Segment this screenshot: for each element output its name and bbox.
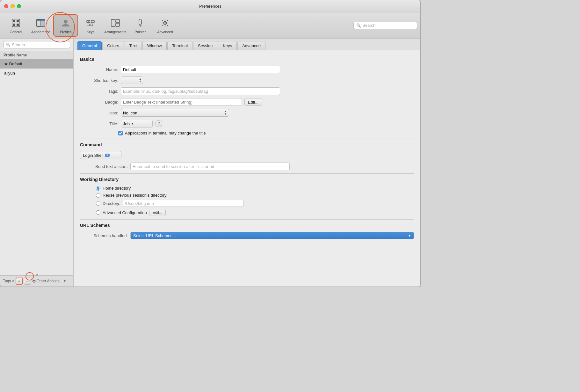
tab-advanced[interactable]: Advanced [237, 41, 265, 50]
sidebar-search-area: 🔍 [0, 39, 73, 51]
name-input[interactable] [121, 66, 280, 73]
name-label: Name: [80, 67, 118, 72]
schemes-row: Schemes handled: Select URL Schemes... ▼ [80, 232, 414, 239]
tab-text[interactable]: Text [125, 41, 142, 50]
tab-window[interactable]: Window [142, 41, 167, 50]
workdir-home-radio[interactable] [96, 186, 100, 191]
main-content: 🔍 Profile Name ★ Default aliyun [0, 39, 420, 287]
workdir-reuse-radio[interactable] [96, 193, 100, 198]
sidebar-search-box[interactable]: 🔍 [4, 41, 70, 48]
schemes-dropdown[interactable]: Select URL Schemes... [133, 233, 407, 238]
name-row: Name: [80, 66, 414, 73]
tags-row: Tags: Example: linux, dark bg, tag/subta… [80, 87, 414, 95]
shortcut-key-stepper[interactable]: ▲ ▼ [121, 76, 143, 84]
tab-terminal[interactable]: Terminal [167, 41, 192, 50]
toolbar-general[interactable]: General [4, 14, 28, 37]
working-dir-section-title: Working Directory [80, 177, 414, 182]
section-divider-1 [80, 139, 414, 139]
sidebar: 🔍 Profile Name ★ Default aliyun [0, 39, 74, 287]
command-dropdown-select[interactable]: Login Shell [83, 153, 104, 158]
send-text-row: Send text at start: Enter text to send t… [80, 163, 414, 170]
svg-rect-7 [40, 19, 45, 26]
tags-input[interactable]: Example: linux, dark bg, tag/subtag/subs… [121, 87, 280, 95]
tabs-bar: General Colors Text Window Terminal Sess… [74, 39, 420, 50]
workdir-home-label: Home directory [103, 186, 131, 191]
badge-edit-button[interactable]: Edit... [244, 98, 262, 106]
radio-reuse-row: Reuse previous session's directory [96, 193, 414, 198]
arrangements-label: Arrangements [104, 30, 126, 34]
command-dropdown-row: Login Shell ▼ [80, 151, 414, 159]
add-icon: + [18, 279, 20, 284]
keys-icon: ⌘ [85, 17, 96, 29]
tags-field-label: Tags: [80, 89, 118, 94]
workdir-directory-input[interactable] [123, 200, 244, 207]
svg-line-27 [163, 20, 163, 21]
schemes-select[interactable]: Select URL Schemes... ▼ [130, 232, 414, 239]
send-text-input[interactable]: Enter text to send to session after it's… [130, 163, 290, 170]
toolbar-keys[interactable]: ⌘ Keys [78, 14, 103, 37]
svg-rect-1 [13, 20, 15, 22]
toolbar-appearance[interactable]: Appearance [28, 14, 53, 37]
icon-select[interactable]: No Icon ▲ ▼ [121, 109, 229, 117]
shortcut-key-row: Shortcut key: ▲ ▼ [80, 76, 414, 84]
profile-list: ★ Default aliyun [0, 59, 73, 275]
command-select[interactable]: Login Shell ▼ [80, 151, 121, 159]
sidebar-search-input[interactable] [12, 42, 68, 47]
toolbar-profiles[interactable]: Profiles [53, 14, 78, 37]
title-help-button[interactable]: ? [155, 120, 162, 127]
sidebar-bottom-bar: Tags > + − ⚙ Other Actions... ▼ [0, 275, 73, 287]
svg-rect-4 [17, 24, 19, 26]
svg-rect-16 [116, 19, 120, 23]
workdir-advanced-label: Advanced Configuration [103, 210, 147, 215]
add-profile-button[interactable]: + [16, 278, 23, 285]
section-divider-3 [80, 219, 414, 220]
badge-input[interactable] [121, 98, 242, 106]
tab-keys[interactable]: Keys [218, 41, 237, 50]
shortcut-key-label: Shortcut key: [80, 78, 118, 83]
workdir-directory-radio[interactable] [96, 201, 100, 206]
title-label: Title: [80, 121, 118, 126]
minimize-button[interactable] [11, 4, 15, 8]
window-title: Preferences [199, 4, 221, 9]
keys-label: Keys [87, 30, 94, 34]
maximize-button[interactable] [17, 4, 21, 8]
tab-general[interactable]: General [77, 41, 102, 50]
toolbar-search-box[interactable]: 🔍 [353, 22, 417, 29]
tab-session[interactable]: Session [193, 41, 217, 50]
apps-change-title-checkbox[interactable] [118, 131, 123, 135]
advanced-icon [159, 17, 171, 29]
title-select-arrow: ▼ [131, 122, 134, 125]
tags-label: Tags > [3, 279, 14, 283]
toolbar-advanced[interactable]: Advanced [153, 14, 178, 37]
toolbar-arrangements[interactable]: Arrangements [103, 14, 128, 37]
close-button[interactable] [4, 4, 8, 8]
tab-colors[interactable]: Colors [102, 41, 124, 50]
workdir-advanced-radio[interactable] [96, 210, 100, 215]
svg-rect-12 [87, 24, 90, 26]
svg-line-30 [163, 25, 163, 25]
command-arrow: ▼ [105, 154, 110, 157]
title-dropdown[interactable]: Job [123, 121, 130, 126]
remove-profile-button[interactable]: − [24, 278, 31, 285]
other-actions-dropdown[interactable]: ⚙ Other Actions... ▼ [32, 279, 66, 284]
workdir-reuse-label: Reuse previous session's directory [103, 193, 166, 198]
profile-aliyun[interactable]: aliyun [0, 69, 73, 78]
title-bar: Preferences [0, 0, 420, 12]
send-text-label: Send text at start: [80, 164, 128, 169]
toolbar-pointer[interactable]: Pointer [128, 14, 153, 37]
pointer-icon [134, 17, 146, 29]
svg-text:⌘: ⌘ [87, 21, 90, 23]
appearance-icon [35, 17, 47, 29]
toolbar: General Appearance Profiles [0, 12, 420, 39]
remove-icon: − [26, 279, 29, 284]
icon-dropdown[interactable]: No Icon [123, 111, 223, 115]
svg-rect-17 [116, 23, 120, 26]
title-row: Title: Job ▼ ? [80, 120, 414, 127]
svg-line-28 [167, 25, 168, 25]
profile-default[interactable]: ★ Default [0, 59, 73, 69]
svg-point-22 [164, 22, 166, 24]
workdir-advanced-edit-button[interactable]: Edit... [149, 209, 166, 216]
title-select[interactable]: Job ▼ [121, 120, 153, 127]
toolbar-search-input[interactable] [362, 23, 413, 28]
panel-content: Basics Name: Shortcut key: ▲ ▼ [74, 50, 420, 287]
